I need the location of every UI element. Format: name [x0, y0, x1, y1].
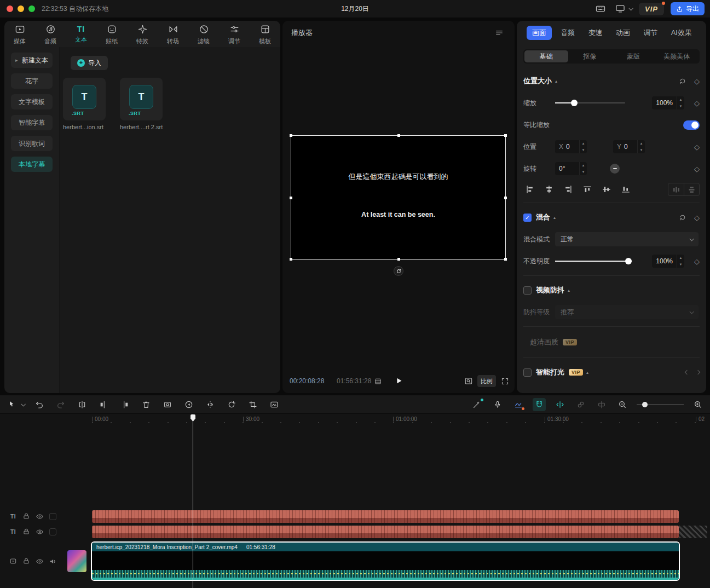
media-tab-sticker[interactable]: 贴纸 [96, 22, 127, 45]
align-bottom-button[interactable] [619, 183, 632, 196]
vip-badge[interactable]: VIP [639, 3, 664, 15]
stabilize-checkbox[interactable] [523, 286, 532, 295]
lighting-checkbox[interactable] [523, 368, 532, 377]
collapse-icon[interactable]: ▴ [555, 79, 557, 84]
video-preview[interactable]: 但是這個東西起碼是可以看到的 At least it can be seen. [291, 135, 506, 260]
timeline-ruler[interactable]: 00:00 30:00 01:00:00 01:30:00 02 [0, 414, 710, 425]
redo-button[interactable] [54, 398, 67, 411]
media-tab-media[interactable]: 媒体 [4, 22, 35, 45]
tab-animation[interactable]: 动画 [611, 26, 634, 40]
align-middle-vertical-button[interactable] [600, 183, 613, 196]
panel-next-icon[interactable] [696, 370, 700, 374]
selection-handle[interactable] [290, 258, 292, 261]
slider-handle[interactable] [642, 402, 648, 407]
position-x-input[interactable]: X0 ▴▾ [555, 140, 587, 153]
play-button[interactable] [392, 374, 405, 387]
collapse-icon[interactable]: ▴ [586, 370, 588, 375]
reset-icon[interactable] [679, 214, 686, 221]
subtitle-clip-track-2[interactable] [92, 526, 679, 538]
fullscreen-icon[interactable] [498, 374, 511, 388]
trim-right-button[interactable] [118, 398, 131, 411]
minimize-button[interactable] [18, 5, 24, 12]
uniform-scale-toggle[interactable] [683, 120, 700, 130]
opacity-slider[interactable] [555, 257, 632, 265]
rotation-knob[interactable] [610, 164, 620, 174]
align-left-button[interactable] [523, 183, 536, 196]
eye-icon[interactable] [35, 557, 44, 566]
timeline-zoom-slider[interactable] [637, 401, 684, 408]
sidebar-item-lyrics-recognition[interactable]: 识别歌词 [11, 136, 53, 151]
keyframe-icon[interactable]: ◇ [694, 257, 700, 266]
video-clip[interactable]: herbert.icp_20231218_Mora Inscription_Pa… [91, 541, 680, 581]
delete-icon[interactable] [140, 398, 153, 411]
tab-adjust[interactable]: 调节 [639, 26, 662, 40]
keyboard-shortcuts-icon[interactable] [594, 2, 607, 15]
selection-handle[interactable] [504, 258, 507, 261]
eye-icon[interactable] [35, 512, 44, 521]
subtab-mask[interactable]: 蒙版 [611, 50, 655, 62]
slider-handle[interactable] [571, 100, 578, 106]
keyframe-icon[interactable]: ◇ [694, 214, 700, 222]
media-tab-template[interactable]: 模板 [250, 22, 280, 45]
stepper[interactable]: ▴▾ [579, 140, 587, 153]
selection-handle[interactable] [504, 134, 507, 137]
lock-icon[interactable] [22, 527, 31, 536]
media-tab-effects[interactable]: 特效 [127, 22, 158, 45]
preview-magnifier-icon[interactable] [462, 374, 475, 388]
align-right-button[interactable] [562, 183, 575, 196]
sidebar-item-new-text[interactable]: ▸ 新建文本 [11, 53, 53, 68]
tab-speed[interactable]: 变速 [584, 26, 607, 40]
selection-handle[interactable] [397, 134, 400, 137]
position-y-input[interactable]: Y0 ▴▾ [613, 140, 645, 153]
media-tab-filter[interactable]: 滤镜 [188, 22, 219, 45]
tab-picture[interactable]: 画面 [527, 26, 552, 40]
blend-mode-select[interactable]: 正常 [555, 232, 699, 246]
sidebar-item-text-template[interactable]: 文字模板 [11, 94, 53, 109]
import-button[interactable]: + 导入 [71, 56, 108, 70]
stepper[interactable]: ▴▾ [579, 162, 587, 175]
blend-checkbox[interactable]: ✓ [523, 214, 532, 222]
reverse-play-icon[interactable] [182, 398, 195, 411]
sidebar-item-fancy-text[interactable]: 花字 [11, 73, 53, 89]
eye-icon[interactable] [35, 527, 44, 536]
maximize-button[interactable] [28, 5, 35, 12]
rotate-handle-icon[interactable] [394, 266, 403, 276]
lock-icon[interactable] [22, 557, 31, 566]
stepper[interactable]: ▴▾ [637, 140, 645, 153]
beat-detect-icon[interactable] [512, 398, 525, 411]
stepper-up-icon[interactable]: ▴ [677, 96, 684, 103]
media-tab-audio[interactable]: 音频 [35, 22, 66, 45]
freeze-frame-icon[interactable] [161, 398, 174, 411]
selection-handle[interactable] [397, 258, 400, 261]
scene-detect-icon[interactable] [268, 398, 281, 411]
stepper[interactable]: ▴▾ [677, 255, 684, 268]
tab-ai-effects[interactable]: AI效果 [667, 26, 696, 40]
track-color-chip[interactable] [48, 512, 57, 521]
keyframe-icon[interactable]: ◇ [694, 143, 700, 151]
zoom-in-icon[interactable] [691, 398, 705, 411]
select-tool-button[interactable] [5, 398, 25, 411]
subtitle-clip-track-1[interactable] [92, 510, 679, 523]
record-voice-icon[interactable] [491, 398, 504, 411]
linkage-icon[interactable] [574, 398, 587, 411]
selection-handle[interactable] [504, 197, 507, 199]
main-track-magnet-icon[interactable] [533, 398, 546, 411]
collapse-icon[interactable]: ▴ [553, 215, 556, 220]
selection-handle[interactable] [290, 134, 292, 137]
mirror-icon[interactable] [204, 398, 217, 411]
distribute-horizontal-icon[interactable] [668, 183, 684, 195]
subtab-basic[interactable]: 基础 [524, 50, 568, 62]
export-button[interactable]: 导出 [671, 2, 705, 15]
tab-audio[interactable]: 音频 [556, 26, 579, 40]
keyframe-icon[interactable]: ◇ [694, 99, 700, 107]
srt-file-card[interactable]: T .SRT herbert...ion.srt [63, 78, 107, 130]
auto-snap-icon[interactable] [553, 398, 567, 411]
preview-grid-icon[interactable] [371, 374, 384, 388]
srt-file-card[interactable]: T .SRT herbert....rt 2.srt [120, 78, 164, 130]
reset-icon[interactable] [679, 77, 686, 85]
opacity-value-input[interactable]: 100% ▴▾ [652, 255, 684, 268]
ai-wand-icon[interactable] [470, 398, 483, 411]
keyframe-icon[interactable]: ◇ [694, 165, 700, 173]
track-color-chip[interactable] [48, 527, 57, 536]
undo-button[interactable] [33, 398, 46, 411]
